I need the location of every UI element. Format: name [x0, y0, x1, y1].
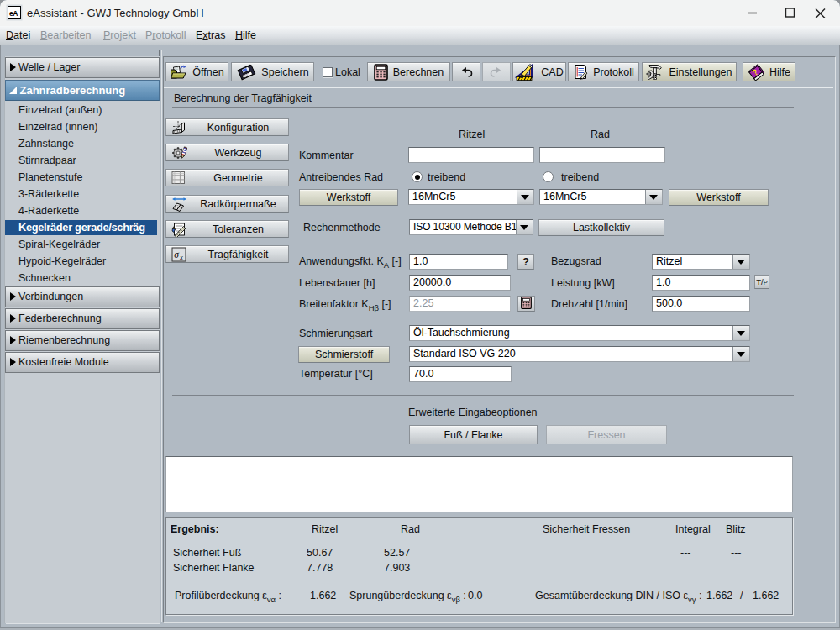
svg-text:x: x — [179, 254, 183, 261]
